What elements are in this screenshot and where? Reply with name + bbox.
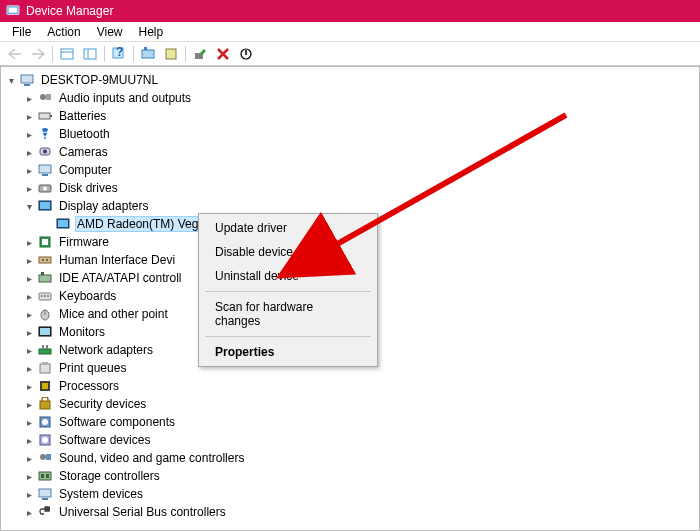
chevron-right-icon[interactable]: ▸ [23, 506, 35, 518]
svg-rect-13 [21, 75, 33, 83]
svg-rect-18 [50, 115, 52, 117]
toolbar-help[interactable]: ? [108, 44, 130, 64]
svg-rect-2 [61, 49, 73, 59]
tree-category-node[interactable]: ▸Disk drives [21, 179, 697, 197]
chevron-right-icon[interactable]: ▸ [23, 236, 35, 248]
svg-rect-14 [24, 84, 30, 86]
tree-category-label: Batteries [57, 109, 108, 123]
chevron-right-icon[interactable]: ▸ [23, 362, 35, 374]
toolbar-view-1[interactable] [56, 44, 78, 64]
menu-view[interactable]: View [89, 23, 131, 41]
svg-rect-59 [41, 474, 44, 478]
tree-category-node[interactable]: ▸Security devices [21, 395, 697, 413]
tree-category-node[interactable]: ▸Audio inputs and outputs [21, 89, 697, 107]
category-icon [37, 180, 53, 196]
tree-category-label: Display adapters [57, 199, 150, 213]
toolbar-view-2[interactable] [79, 44, 101, 64]
svg-rect-48 [42, 362, 48, 365]
chevron-right-icon[interactable]: ▸ [23, 290, 35, 302]
toolbar-uninstall[interactable] [212, 44, 234, 64]
chevron-right-icon[interactable]: ▸ [23, 272, 35, 284]
tree-category-node[interactable]: ▸Software components [21, 413, 697, 431]
device-tree-panel[interactable]: ▾ DESKTOP-9MUU7NL ▸Audio inputs and outp… [0, 66, 700, 531]
category-icon [37, 306, 53, 322]
svg-point-56 [40, 454, 46, 460]
svg-rect-57 [46, 454, 51, 460]
chevron-right-icon[interactable]: ▸ [23, 182, 35, 194]
toolbar-disable[interactable] [235, 44, 257, 64]
tree-category-node[interactable]: ▸Storage controllers [21, 467, 697, 485]
chevron-right-icon[interactable]: ▸ [23, 470, 35, 482]
tree-root-label: DESKTOP-9MUU7NL [39, 73, 160, 87]
svg-rect-37 [41, 295, 43, 297]
toolbar-scan-hardware[interactable] [137, 44, 159, 64]
chevron-right-icon[interactable]: ▸ [23, 380, 35, 392]
chevron-right-icon[interactable]: ▸ [23, 92, 35, 104]
tree-category-node[interactable]: ▸Universal Serial Bus controllers [21, 503, 697, 521]
ctx-uninstall-device[interactable]: Uninstall device [201, 264, 375, 288]
menu-help[interactable]: Help [131, 23, 172, 41]
toolbar-properties[interactable] [160, 44, 182, 64]
svg-point-32 [42, 259, 44, 261]
tree-category-label: Universal Serial Bus controllers [57, 505, 228, 519]
svg-rect-62 [42, 498, 48, 500]
svg-rect-9 [144, 47, 147, 50]
svg-point-53 [42, 419, 48, 425]
svg-rect-8 [142, 50, 154, 58]
chevron-down-icon[interactable]: ▾ [5, 74, 17, 86]
chevron-right-icon[interactable]: ▸ [23, 344, 35, 356]
ctx-update-driver[interactable]: Update driver [201, 216, 375, 240]
chevron-right-icon[interactable]: ▸ [23, 128, 35, 140]
ctx-properties[interactable]: Properties [201, 340, 375, 364]
tree-category-node[interactable]: ▸Software devices [21, 431, 697, 449]
svg-rect-28 [58, 220, 68, 227]
svg-rect-22 [42, 174, 48, 176]
display-adapter-icon [55, 216, 71, 232]
ctx-scan-hardware[interactable]: Scan for hardware changes [201, 295, 375, 333]
tree-category-node[interactable]: ▸Sound, video and game controllers [21, 449, 697, 467]
svg-rect-34 [39, 275, 51, 282]
toolbar-update-driver[interactable] [189, 44, 211, 64]
category-icon [37, 126, 53, 142]
category-icon [37, 414, 53, 430]
chevron-right-icon[interactable]: ▸ [23, 488, 35, 500]
category-icon [37, 486, 53, 502]
chevron-right-icon[interactable]: ▸ [23, 434, 35, 446]
menu-action[interactable]: Action [39, 23, 88, 41]
tree-category-node[interactable]: ▸Batteries [21, 107, 697, 125]
chevron-right-icon[interactable]: ▸ [23, 164, 35, 176]
chevron-right-icon[interactable]: ▸ [23, 146, 35, 158]
ctx-disable-device[interactable]: Disable device [201, 240, 375, 264]
svg-rect-51 [40, 401, 50, 409]
tree-root-node[interactable]: ▾ DESKTOP-9MUU7NL [3, 71, 697, 89]
chevron-right-icon[interactable]: ▸ [23, 110, 35, 122]
tree-category-label: Print queues [57, 361, 128, 375]
tree-category-node[interactable]: ▸System devices [21, 485, 697, 503]
svg-point-24 [43, 187, 47, 191]
svg-rect-21 [39, 165, 51, 173]
svg-rect-39 [47, 295, 49, 297]
tree-category-node[interactable]: ▸Cameras [21, 143, 697, 161]
svg-rect-30 [42, 239, 48, 245]
chevron-right-icon[interactable]: ▸ [23, 416, 35, 428]
chevron-right-icon[interactable]: ▸ [23, 326, 35, 338]
tree-category-node[interactable]: ▸Computer [21, 161, 697, 179]
chevron-right-icon[interactable]: ▸ [23, 308, 35, 320]
tree-category-label: Security devices [57, 397, 148, 411]
toolbar-forward[interactable] [27, 44, 49, 64]
chevron-right-icon[interactable]: ▸ [23, 254, 35, 266]
separator [205, 291, 371, 292]
menu-file[interactable]: File [4, 23, 39, 41]
tree-category-node[interactable]: ▸Processors [21, 377, 697, 395]
titlebar: Device Manager [0, 0, 700, 22]
category-icon [37, 90, 53, 106]
toolbar-back[interactable] [4, 44, 26, 64]
tree-category-node[interactable]: ▸Bluetooth [21, 125, 697, 143]
svg-rect-1 [9, 8, 18, 13]
svg-point-33 [46, 259, 48, 261]
chevron-down-icon[interactable]: ▾ [23, 200, 35, 212]
chevron-right-icon[interactable]: ▸ [23, 398, 35, 410]
tree-category-label: Disk drives [57, 181, 120, 195]
chevron-right-icon[interactable]: ▸ [23, 452, 35, 464]
tree-category-label: IDE ATA/ATAPI controll [57, 271, 183, 285]
